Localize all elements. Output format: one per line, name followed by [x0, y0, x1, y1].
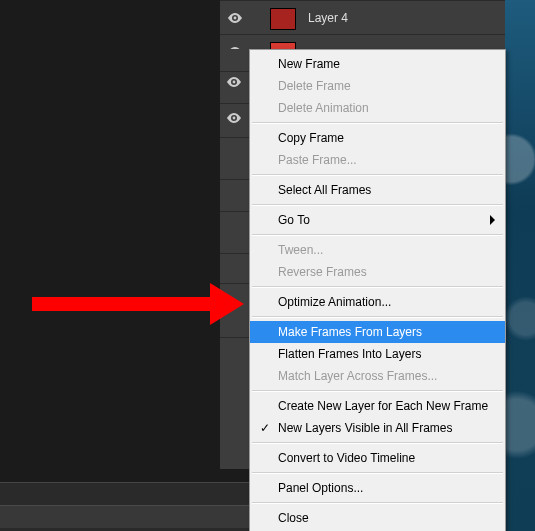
svg-point-2: [233, 81, 236, 84]
menu-item-label: Tween...: [278, 243, 323, 257]
menu-item-label: New Layers Visible in All Frames: [278, 421, 453, 435]
visibility-eye-icon[interactable]: [227, 75, 241, 90]
menu-make-frames-from-layers[interactable]: Make Frames From Layers: [250, 321, 505, 343]
menu-item-label: Select All Frames: [278, 183, 371, 197]
menu-item-label: Copy Frame: [278, 131, 344, 145]
menu-separator: [252, 204, 503, 206]
menu-go-to[interactable]: Go To: [250, 209, 505, 231]
timeline-panel-menu: New Frame Delete Frame Delete Animation …: [249, 49, 506, 531]
menu-select-all-frames[interactable]: Select All Frames: [250, 179, 505, 201]
checkmark-icon: ✓: [258, 417, 272, 439]
menu-separator: [252, 472, 503, 474]
svg-point-0: [234, 17, 237, 20]
menu-item-label: Close: [278, 511, 309, 525]
menu-item-label: Flatten Frames Into Layers: [278, 347, 421, 361]
document-canvas-area: [0, 0, 220, 480]
layer-row[interactable]: Layer 4: [220, 0, 510, 35]
menu-optimize-animation[interactable]: Optimize Animation...: [250, 291, 505, 313]
menu-separator: [252, 390, 503, 392]
menu-separator: [252, 502, 503, 504]
screenshot-root: Layer 4 New Fram: [0, 0, 535, 531]
menu-item-label: Optimize Animation...: [278, 295, 391, 309]
menu-convert-to-video-timeline[interactable]: Convert to Video Timeline: [250, 447, 505, 469]
menu-new-frame[interactable]: New Frame: [250, 53, 505, 75]
menu-panel-options[interactable]: Panel Options...: [250, 477, 505, 499]
menu-separator: [252, 122, 503, 124]
menu-item-label: Paste Frame...: [278, 153, 357, 167]
menu-delete-animation: Delete Animation: [250, 97, 505, 119]
layer-thumbnail: [268, 6, 296, 30]
submenu-arrow-icon: [490, 215, 495, 225]
menu-item-label: Go To: [278, 213, 310, 227]
menu-item-label: Make Frames From Layers: [278, 325, 422, 339]
menu-match-layer-across-frames: Match Layer Across Frames...: [250, 365, 505, 387]
visibility-eye-icon[interactable]: [227, 111, 241, 126]
menu-item-label: Panel Options...: [278, 481, 363, 495]
menu-item-label: Delete Frame: [278, 79, 351, 93]
menu-separator: [252, 316, 503, 318]
visibility-eye-icon[interactable]: [220, 13, 250, 23]
desktop-background-slice: [505, 0, 535, 531]
menu-item-label: New Frame: [278, 57, 340, 71]
menu-tween: Tween...: [250, 239, 505, 261]
menu-paste-frame: Paste Frame...: [250, 149, 505, 171]
menu-delete-frame: Delete Frame: [250, 75, 505, 97]
layer-label: Layer 4: [308, 11, 348, 25]
menu-close[interactable]: Close: [250, 507, 505, 529]
layers-panel-slice: [220, 49, 249, 469]
menu-new-layers-visible-all-frames[interactable]: ✓New Layers Visible in All Frames: [250, 417, 505, 439]
menu-separator: [252, 442, 503, 444]
menu-item-label: Create New Layer for Each New Frame: [278, 399, 488, 413]
menu-item-label: Match Layer Across Frames...: [278, 369, 437, 383]
menu-reverse-frames: Reverse Frames: [250, 261, 505, 283]
menu-item-label: Reverse Frames: [278, 265, 367, 279]
svg-point-3: [233, 117, 236, 120]
menu-item-label: Delete Animation: [278, 101, 369, 115]
menu-item-label: Convert to Video Timeline: [278, 451, 415, 465]
menu-create-new-layer-each-frame[interactable]: Create New Layer for Each New Frame: [250, 395, 505, 417]
menu-separator: [252, 174, 503, 176]
menu-flatten-frames-into-layers[interactable]: Flatten Frames Into Layers: [250, 343, 505, 365]
menu-copy-frame[interactable]: Copy Frame: [250, 127, 505, 149]
menu-separator: [252, 286, 503, 288]
menu-separator: [252, 234, 503, 236]
